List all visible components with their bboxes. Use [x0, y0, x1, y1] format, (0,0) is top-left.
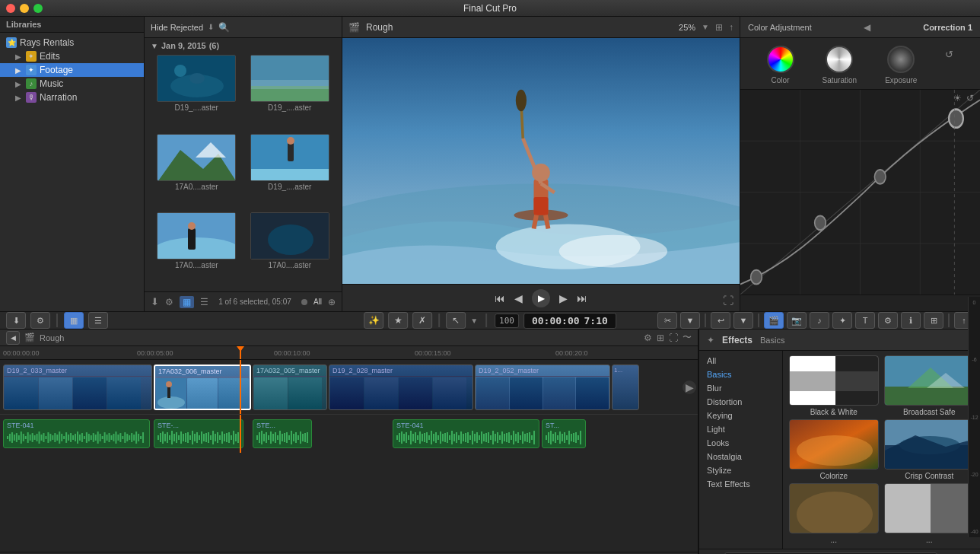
reset-button[interactable]: ↺: [945, 46, 953, 84]
effects-category-blur[interactable]: Blur: [699, 381, 782, 395]
list-item[interactable]: Crisp Contrast: [883, 419, 976, 480]
list-item[interactable]: Broadcast Safe: [883, 355, 976, 416]
list-view-icon[interactable]: ☰: [200, 297, 208, 307]
list-item[interactable]: Black & White: [788, 355, 880, 416]
list-item[interactable]: 17A0....aster: [244, 212, 336, 290]
timeline-waveform-icon[interactable]: 〜: [682, 331, 692, 344]
audio-icon[interactable]: ♪: [810, 312, 829, 329]
grid-view-icon[interactable]: ▦: [180, 296, 194, 308]
skip-back-button[interactable]: ⏮: [495, 292, 505, 304]
import-icon[interactable]: ⬇: [151, 296, 159, 307]
zoom-dropdown-icon[interactable]: ▼: [702, 23, 709, 31]
prev-correction-btn[interactable]: ◀: [864, 22, 870, 33]
expand-button[interactable]: ⛶: [723, 295, 733, 307]
add-to-timeline-icon[interactable]: ⊕: [328, 297, 336, 307]
settings-icon[interactable]: ⚙: [165, 297, 173, 307]
timecode-pre[interactable]: 100: [495, 314, 519, 328]
skip-forward-button[interactable]: ⏭: [577, 292, 587, 304]
table-row[interactable]: 17A032_005_master: [253, 365, 327, 410]
color-tool-color[interactable]: Color: [767, 46, 794, 84]
enhance-button[interactable]: ✨: [364, 312, 383, 329]
close-button[interactable]: [6, 4, 15, 13]
zoom-fit-icon[interactable]: ⊞: [715, 22, 723, 33]
clip-thumbnail[interactable]: [250, 212, 329, 259]
sidebar-item-narration[interactable]: ▶ 🎙 Narration: [0, 91, 144, 104]
sidebar-item-edits[interactable]: ▶ ✦ Edits: [0, 49, 144, 63]
effects-category-all[interactable]: All: [699, 354, 782, 368]
tab-basics[interactable]: Basics: [760, 336, 784, 345]
blade-dropdown[interactable]: ▼: [680, 312, 700, 329]
list-item[interactable]: D19_....aster: [244, 55, 336, 132]
effects-category-looks[interactable]: Looks: [699, 436, 782, 450]
maximize-button[interactable]: [33, 4, 43, 13]
list-item[interactable]: STE-041: [393, 419, 539, 448]
list-item[interactable]: 17A0....aster: [151, 212, 243, 290]
table-row[interactable]: 17A032_006_master: [154, 365, 251, 410]
window-controls[interactable]: [6, 4, 43, 13]
filter-icon[interactable]: ⬇: [208, 23, 214, 31]
list-item[interactable]: D19_....aster: [151, 55, 243, 132]
list-item[interactable]: ...: [788, 483, 880, 544]
play-button[interactable]: ▶: [532, 289, 550, 307]
video-clip-icon[interactable]: 🎬: [764, 312, 784, 329]
undo-button[interactable]: ↩: [711, 312, 730, 329]
list-item[interactable]: ...: [883, 483, 976, 544]
share-icon[interactable]: ↑: [729, 22, 733, 33]
blade-tool[interactable]: ✂: [657, 312, 677, 329]
clip-thumbnail[interactable]: [250, 55, 329, 102]
effects-category-text[interactable]: Text Effects: [699, 477, 782, 491]
curve-reset-btn[interactable]: ↺: [966, 93, 974, 103]
clip-thumbnail[interactable]: [250, 134, 329, 181]
settings-button[interactable]: ⚙: [30, 312, 50, 329]
scroll-right-btn[interactable]: ▶: [682, 380, 696, 394]
effects-category-stylize[interactable]: Stylize: [699, 463, 782, 477]
list-item[interactable]: STE-041 /* waveform placeholder */: [3, 419, 150, 448]
title-icon[interactable]: T: [855, 312, 875, 329]
effects-category-basics[interactable]: Basics: [699, 368, 782, 381]
clip-thumbnail[interactable]: [157, 55, 236, 102]
effects-category-light[interactable]: Light: [699, 422, 782, 436]
sidebar-item-footage[interactable]: ▶ ✦ Footage: [0, 63, 144, 77]
effects-category-keying[interactable]: Keying: [699, 409, 782, 422]
clip-thumbnail[interactable]: [157, 212, 236, 259]
list-item[interactable]: D19_....aster: [244, 134, 336, 212]
effects-category-nostalgia[interactable]: Nostalgia: [699, 450, 782, 463]
sidebar-item-rays[interactable]: ⭐ Rays Rentals: [0, 36, 144, 49]
timeline-expand-icon[interactable]: ⛶: [669, 333, 678, 343]
list-item[interactable]: STE-...: [154, 419, 243, 448]
generator-icon[interactable]: ⚙: [878, 312, 898, 329]
table-row[interactable]: 1...: [612, 365, 639, 410]
hide-rejected-label[interactable]: Hide Rejected: [151, 23, 203, 32]
multicam-icon[interactable]: ⊞: [924, 312, 943, 329]
effects-icon[interactable]: ✦: [832, 312, 852, 329]
timeline-settings-icon[interactable]: ⚙: [644, 333, 652, 343]
timeline-zoom-icon[interactable]: ⊞: [657, 333, 664, 343]
search-icon[interactable]: 🔍: [218, 22, 230, 33]
view-all-btn[interactable]: All: [313, 298, 322, 306]
color-tool-saturation[interactable]: Saturation: [822, 46, 858, 84]
brightness-icon[interactable]: ☀: [953, 93, 962, 103]
list-view-button[interactable]: ☰: [88, 312, 108, 329]
table-row[interactable]: D19_2_028_master: [329, 365, 473, 410]
table-row[interactable]: D19_2_033_master: [3, 365, 152, 410]
grid-view-button[interactable]: ▦: [64, 312, 84, 329]
effects-category-distortion[interactable]: Distortion: [699, 395, 782, 409]
favorites-button[interactable]: ★: [388, 312, 408, 329]
next-frame-button[interactable]: ▶: [559, 292, 568, 304]
select-tool[interactable]: ↖: [446, 312, 466, 329]
color-tool-exposure[interactable]: Exposure: [885, 46, 917, 84]
timeline-nav-left[interactable]: ◀: [6, 331, 20, 345]
sidebar-item-music[interactable]: ▶ ♪ Music: [0, 77, 144, 91]
minimize-button[interactable]: [20, 4, 29, 13]
import-button[interactable]: ⬇: [6, 312, 26, 329]
table-row[interactable]: D19_2_052_master: [475, 365, 610, 410]
list-item[interactable]: Colorize: [788, 419, 880, 480]
list-item[interactable]: 17A0....aster: [151, 134, 243, 212]
collapse-arrow[interactable]: ▼: [151, 42, 158, 50]
undo-dropdown[interactable]: ▼: [733, 312, 753, 329]
list-item[interactable]: ST...: [542, 419, 586, 448]
list-item[interactable]: STE...: [253, 419, 312, 448]
reject-button[interactable]: ✗: [412, 312, 432, 329]
preview-zoom[interactable]: 25%: [679, 23, 695, 32]
inspector-icon[interactable]: ℹ: [901, 312, 921, 329]
